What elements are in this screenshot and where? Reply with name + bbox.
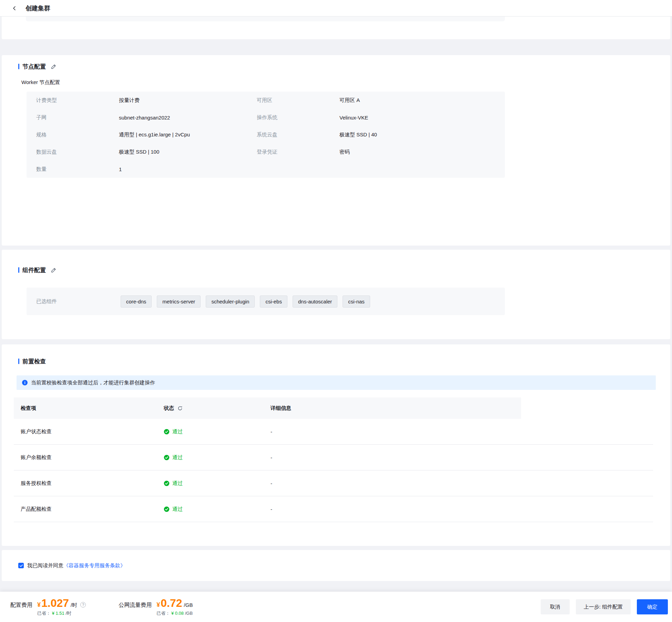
previous-card-remnant [2, 17, 670, 39]
field-value: 1 [119, 160, 257, 178]
component-config-card: 组件配置 已选组件 core-dns metrics-server schedu… [2, 250, 670, 339]
field-label: 子网 [36, 109, 119, 126]
check-item-name: 产品配额检查 [14, 496, 157, 522]
check-detail: - [264, 445, 521, 470]
info-icon: i [22, 380, 28, 385]
selected-components-panel: 已选组件 core-dns metrics-server scheduler-p… [27, 288, 505, 315]
refresh-icon [177, 406, 183, 411]
check-item-name: 账户状态检查 [14, 419, 157, 444]
check-detail: - [264, 470, 521, 496]
precheck-title: 前置检查 [22, 357, 46, 365]
check-detail: - [264, 496, 521, 522]
column-label: 详细信息 [271, 405, 291, 412]
config-cost-label: 配置费用 [10, 602, 32, 609]
agreement-checkbox[interactable] [18, 563, 24, 568]
field-value: 极速型 SSD | 40 [339, 126, 495, 143]
precheck-table: 检查项 状态 详细信息 账户状态检查 通过 [14, 397, 653, 522]
traffic-cost-line: ¥ 0.72 /GB [156, 598, 193, 609]
component-tag-list: core-dns metrics-server scheduler-plugin… [121, 296, 370, 308]
cancel-button[interactable]: 取消 [541, 599, 570, 614]
check-item-name: 账户余额检查 [14, 445, 157, 470]
terms-link[interactable]: 《容器服务专用服务条款》 [63, 562, 125, 569]
traffic-cost-label: 公网流量费用 [119, 602, 152, 609]
status-text: 通过 [172, 506, 183, 512]
check-circle-icon [164, 429, 170, 435]
bottom-action-bar: 配置费用 ¥ 1.027 /时 ? 已省： ¥ 1.51 /时 公网流量费用 ¥… [0, 592, 672, 622]
selected-components-label: 已选组件 [36, 298, 121, 305]
edit-node-config-button[interactable] [51, 64, 57, 70]
field-value: Velinux-VKE [339, 109, 495, 126]
chevron-left-icon [12, 6, 17, 11]
page-header: 创建集群 [0, 0, 672, 17]
agreement-text: 我已阅读并同意 [27, 562, 63, 569]
field-label: 操作系统 [257, 109, 339, 126]
precheck-table-header: 检查项 状态 详细信息 [14, 397, 653, 419]
status-text: 通过 [172, 428, 183, 435]
component-tag: core-dns [121, 296, 152, 308]
field-value: 通用型 | ecs.g1ie.large | 2vCpu [119, 126, 257, 143]
column-label: 检查项 [21, 405, 36, 412]
page-title: 创建集群 [26, 4, 50, 12]
saved-label: 已省： [37, 611, 51, 616]
component-tag: csi-nas [343, 296, 370, 308]
row-filler [521, 470, 653, 496]
field-value: subnet-zhangsan2022 [119, 109, 257, 126]
check-detail: - [264, 419, 521, 444]
check-circle-icon [164, 455, 170, 460]
traffic-saved-line: 已省： ¥ 0.08 /GB [156, 610, 193, 616]
help-icon[interactable]: ? [80, 602, 86, 608]
confirm-button[interactable]: 确定 [637, 599, 668, 614]
saved-unit: /时 [65, 611, 71, 616]
edit-icon [51, 64, 57, 70]
agreement-card: 我已阅读并同意 《容器服务专用服务条款》 [2, 550, 670, 581]
saved-amount: ¥ 0.08 [171, 611, 184, 616]
field-label: 系统云盘 [257, 126, 339, 143]
previous-step-button[interactable]: 上一步: 组件配置 [576, 599, 631, 614]
field-value: 密码 [339, 143, 495, 160]
column-details: 详细信息 [264, 397, 521, 419]
config-saved-line: 已省： ¥ 1.51 /时 [37, 610, 86, 616]
column-check-item: 检查项 [14, 397, 157, 419]
traffic-cost-values: ¥ 0.72 /GB 已省： ¥ 0.08 /GB [156, 598, 193, 616]
field-label: 登录凭证 [257, 143, 339, 160]
status-badge: 通过 [157, 419, 264, 444]
component-config-title: 组件配置 [22, 266, 46, 274]
table-row: 账户余额检查 通过 - [14, 445, 653, 470]
field-label: 数据云盘 [36, 143, 119, 160]
table-row: 产品配额检查 通过 - [14, 496, 653, 522]
node-config-title: 节点配置 [22, 63, 46, 71]
field-value: 极速型 SSD | 100 [119, 143, 257, 160]
config-cost-unit: /时 [71, 602, 77, 609]
traffic-cost-amount: 0.72 [161, 598, 182, 609]
saved-amount: ¥ 1.51 [52, 611, 64, 616]
refresh-status-button[interactable] [177, 406, 183, 411]
check-item-name: 服务授权检查 [14, 470, 157, 496]
currency-symbol: ¥ [37, 601, 41, 609]
config-cost-values: ¥ 1.027 /时 ? 已省： ¥ 1.51 /时 [37, 598, 86, 616]
field-label: 可用区 [257, 92, 339, 109]
row-filler [521, 419, 653, 444]
component-tag: dns-autoscaler [293, 296, 337, 308]
section-accent-bar [18, 359, 19, 364]
config-cost-block: 配置费用 ¥ 1.027 /时 ? 已省： ¥ 1.51 /时 [10, 598, 86, 616]
component-tag: csi-ebs [260, 296, 287, 308]
panel-fragment [26, 17, 505, 21]
edit-component-config-button[interactable] [51, 267, 57, 273]
status-badge: 通过 [157, 445, 264, 470]
status-badge: 通过 [157, 470, 264, 496]
worker-config-grid: 计费类型 按量计费 可用区 可用区 A 子网 subnet-zhangsan20… [36, 92, 495, 178]
worker-config-panel: 计费类型 按量计费 可用区 可用区 A 子网 subnet-zhangsan20… [27, 92, 505, 178]
check-icon [19, 564, 23, 568]
field-label: 规格 [36, 126, 119, 143]
table-row: 账户状态检查 通过 - [14, 419, 653, 445]
back-button[interactable] [10, 4, 19, 12]
field-label: 数量 [36, 160, 119, 178]
status-text: 通过 [172, 480, 183, 487]
field-value: 可用区 A [339, 92, 495, 109]
saved-label: 已省： [156, 611, 170, 616]
column-filler [521, 397, 653, 419]
info-banner: i 当前置校验检查项全部通过后，才能进行集群创建操作 [17, 375, 656, 390]
column-status: 状态 [157, 397, 264, 419]
traffic-cost-block: 公网流量费用 ¥ 0.72 /GB 已省： ¥ 0.08 /GB [119, 598, 193, 616]
field-label: 计费类型 [36, 92, 119, 109]
